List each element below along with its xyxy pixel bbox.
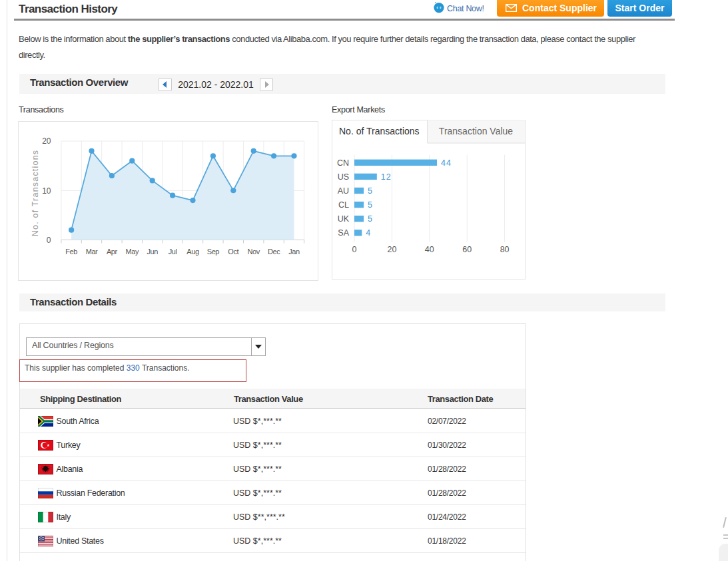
svg-text:SA: SA bbox=[338, 228, 349, 238]
svg-text:60: 60 bbox=[462, 245, 472, 254]
svg-text:May: May bbox=[126, 248, 139, 256]
svg-text:44: 44 bbox=[441, 158, 452, 168]
svg-text:80: 80 bbox=[500, 245, 510, 254]
svg-text:Jan: Jan bbox=[288, 248, 300, 256]
svg-text:40: 40 bbox=[425, 245, 434, 254]
svg-text:Transaction Value: Transaction Value bbox=[439, 126, 513, 136]
svg-text:US: US bbox=[338, 172, 349, 182]
svg-text:CL: CL bbox=[338, 200, 349, 210]
svg-text:10: 10 bbox=[42, 186, 51, 196]
svg-text:Jun: Jun bbox=[147, 248, 158, 256]
svg-text:Nov: Nov bbox=[248, 248, 260, 256]
svg-text:5: 5 bbox=[368, 214, 373, 224]
svg-text:Mar: Mar bbox=[86, 248, 98, 256]
svg-text:Sep: Sep bbox=[207, 248, 220, 256]
svg-text:AU: AU bbox=[338, 186, 349, 196]
svg-text:5: 5 bbox=[368, 186, 373, 196]
svg-text:20: 20 bbox=[42, 136, 51, 146]
svg-text:Apr: Apr bbox=[107, 248, 118, 256]
svg-text:Dec: Dec bbox=[268, 248, 280, 256]
svg-text:12: 12 bbox=[381, 172, 392, 182]
svg-text:No. of Transactions: No. of Transactions bbox=[31, 150, 40, 237]
svg-text:CN: CN bbox=[337, 158, 349, 168]
svg-text:4: 4 bbox=[366, 228, 371, 238]
svg-text:5: 5 bbox=[368, 200, 373, 210]
svg-text:Aug: Aug bbox=[186, 248, 199, 256]
svg-text:0: 0 bbox=[47, 236, 51, 245]
svg-text:Oct: Oct bbox=[228, 248, 238, 256]
svg-text:20: 20 bbox=[387, 245, 396, 254]
svg-text:0: 0 bbox=[352, 245, 357, 254]
svg-text:UK: UK bbox=[338, 214, 350, 224]
svg-text:Feb: Feb bbox=[65, 248, 77, 256]
svg-text:Jul: Jul bbox=[169, 248, 177, 256]
svg-text:No. of Transactions: No. of Transactions bbox=[339, 126, 420, 136]
